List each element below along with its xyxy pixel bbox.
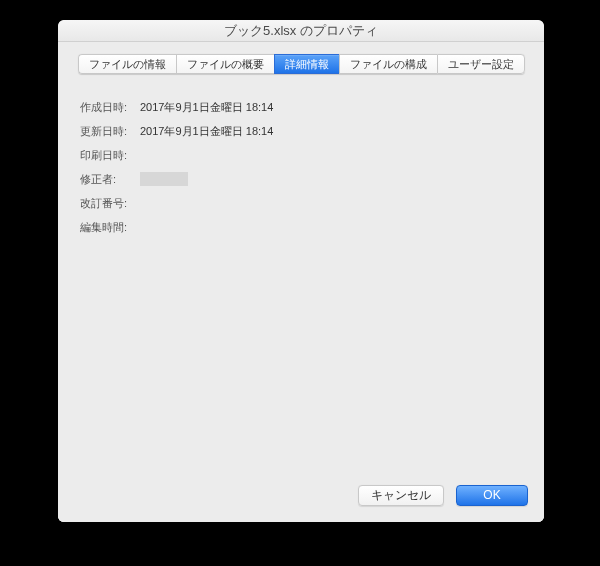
- tab-file-contents[interactable]: ファイルの構成: [339, 54, 437, 74]
- tab-user-settings[interactable]: ユーザー設定: [437, 54, 525, 74]
- tab-bar: ファイルの情報 ファイルの概要 詳細情報 ファイルの構成 ユーザー設定: [58, 42, 544, 74]
- value-created: 2017年9月1日金曜日 18:14: [134, 100, 273, 115]
- titlebar: ブック5.xlsx のプロパティ: [58, 20, 544, 42]
- label-created: 作成日時:: [80, 100, 134, 115]
- tab-details[interactable]: 詳細情報: [274, 54, 339, 74]
- value-revised-by: [140, 172, 188, 186]
- label-edit-time: 編集時間:: [80, 220, 134, 235]
- details-panel: 作成日時: 2017年9月1日金曜日 18:14 更新日時: 2017年9月1日…: [72, 84, 530, 473]
- dialog-body: ファイルの情報 ファイルの概要 詳細情報 ファイルの構成 ユーザー設定 作成日時…: [58, 42, 544, 522]
- cancel-button[interactable]: キャンセル: [358, 485, 444, 506]
- row-printed: 印刷日時:: [80, 144, 522, 166]
- label-printed: 印刷日時:: [80, 148, 134, 163]
- label-modified: 更新日時:: [80, 124, 134, 139]
- tab-segmented-control: ファイルの情報 ファイルの概要 詳細情報 ファイルの構成 ユーザー設定: [78, 54, 525, 74]
- window-title: ブック5.xlsx のプロパティ: [224, 22, 378, 40]
- row-edit-time: 編集時間:: [80, 216, 522, 238]
- tab-file-summary[interactable]: ファイルの概要: [176, 54, 274, 74]
- row-revision: 改訂番号:: [80, 192, 522, 214]
- ok-button[interactable]: OK: [456, 485, 528, 506]
- properties-dialog: ブック5.xlsx のプロパティ ファイルの情報 ファイルの概要 詳細情報 ファ…: [58, 20, 544, 522]
- row-modified: 更新日時: 2017年9月1日金曜日 18:14: [80, 120, 522, 142]
- value-modified: 2017年9月1日金曜日 18:14: [134, 124, 273, 139]
- label-revision: 改訂番号:: [80, 196, 134, 211]
- dialog-footer: キャンセル OK: [58, 473, 544, 522]
- tab-file-info[interactable]: ファイルの情報: [78, 54, 176, 74]
- row-created: 作成日時: 2017年9月1日金曜日 18:14: [80, 96, 522, 118]
- row-revised-by: 修正者:: [80, 168, 522, 190]
- label-revised-by: 修正者:: [80, 172, 134, 187]
